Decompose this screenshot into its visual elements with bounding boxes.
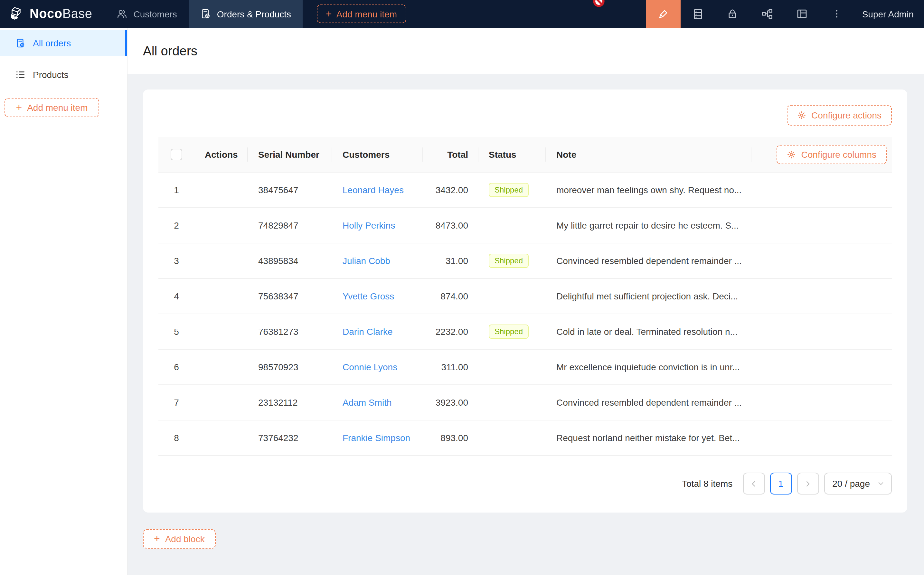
cell-serial: 43895834: [248, 243, 332, 279]
cell-actions: [194, 279, 248, 314]
customer-link[interactable]: Julian Cobb: [343, 256, 390, 266]
cell-customer: Darin Clarke: [332, 314, 423, 349]
chevron-down-icon: [878, 480, 884, 487]
cell-note: Cold in late or deal. Terminated resolut…: [546, 314, 751, 349]
page-number-1[interactable]: 1: [770, 473, 792, 494]
sidebar-item-all-orders[interactable]: All orders: [0, 30, 127, 56]
column-header-serial: Serial Number: [248, 137, 332, 173]
configure-actions-button[interactable]: Configure actions: [787, 105, 892, 125]
cell-note: moreover man feelings own shy. Request n…: [546, 173, 751, 208]
cell-actions: [194, 421, 248, 456]
column-header-note: Note: [546, 137, 751, 173]
cell-customer: Leonard Hayes: [332, 173, 423, 208]
cell-sel: 1: [159, 173, 194, 208]
cell-sel: 2: [159, 208, 194, 243]
cell-status: Shipped: [478, 243, 546, 279]
gear-icon: [797, 111, 806, 120]
cell-note: Convinced resembled dependent remainder …: [546, 243, 751, 279]
nocobase-logo[interactable]: NocoBase: [0, 0, 105, 28]
column-header-actions: Actions: [194, 137, 248, 173]
orders-table-block: Configure actions ActionsSerial NumberCu…: [143, 89, 907, 513]
table-row: 698570923Connie Lyons311.00Mr excellence…: [159, 349, 892, 385]
nav-item-orders-products[interactable]: Orders & Products: [189, 0, 303, 28]
cell-sel: 7: [159, 385, 194, 421]
cell-total: 31.00: [423, 243, 478, 279]
top-navbar: NocoBase Customers: [0, 0, 924, 28]
table-row: 138475647Leonard Hayes3432.00Shippedmore…: [159, 173, 892, 208]
cell-serial: 38475647: [248, 173, 332, 208]
plus-icon: +: [326, 9, 332, 19]
cell-actions: [194, 349, 248, 385]
cell-sel: 8: [159, 421, 194, 456]
content-area: Configure actions ActionsSerial NumberCu…: [127, 74, 924, 575]
select-all-checkbox[interactable]: [171, 149, 182, 160]
status-tag: Shipped: [489, 183, 529, 197]
column-header-sel: [159, 137, 194, 173]
cell-status: [478, 279, 546, 314]
customer-link[interactable]: Adam Smith: [343, 397, 392, 408]
app-window: NocoBase Customers: [0, 0, 924, 575]
cell-total: 311.00: [423, 349, 478, 385]
cell-customer: Adam Smith: [332, 385, 423, 421]
cell-sel: 3: [159, 243, 194, 279]
lock-icon-button[interactable]: [715, 0, 750, 28]
customer-link[interactable]: Yvette Gross: [343, 291, 394, 301]
customer-link[interactable]: Leonard Hayes: [343, 185, 404, 195]
cell-sel: 5: [159, 314, 194, 349]
page-title: All orders: [143, 43, 197, 58]
cell-status: [478, 349, 546, 385]
cell-extra: [751, 173, 892, 208]
pagination: Total 8 items 1 20 / page: [159, 473, 892, 494]
cell-extra: [751, 421, 892, 456]
cell-customer: Holly Perkins: [332, 208, 423, 243]
sidebar-add-menu-item-button[interactable]: + Add menu item: [5, 98, 99, 117]
column-header-extra: Configure columns: [751, 137, 892, 173]
table-row: 274829847Holly Perkins8473.00My little g…: [159, 208, 892, 243]
order-form-icon: [16, 38, 26, 48]
next-page-button[interactable]: [797, 473, 819, 494]
cell-serial: 23132112: [248, 385, 332, 421]
table-row: 475638347Yvette Gross874.00Delightful me…: [159, 279, 892, 314]
sidebar: All orders Products + Add menu item: [0, 28, 127, 575]
ui-editor-button[interactable]: [646, 0, 681, 28]
chevron-left-icon: [750, 480, 757, 487]
cell-status: [478, 421, 546, 456]
nav-item-label: Customers: [133, 9, 177, 19]
user-menu[interactable]: Super Admin: [854, 0, 924, 28]
column-header-total: Total: [423, 137, 478, 173]
configure-columns-button[interactable]: Configure columns: [777, 145, 887, 164]
table-header-row: ActionsSerial NumberCustomersTotalStatus…: [159, 137, 892, 173]
customer-link[interactable]: Darin Clarke: [343, 326, 393, 337]
sidebar-item-products[interactable]: Products: [0, 62, 127, 87]
cell-actions: [194, 243, 248, 279]
cell-customer: Frankie Simpson: [332, 421, 423, 456]
customer-link[interactable]: Holly Perkins: [343, 220, 395, 230]
table-toolbar: Configure actions: [159, 105, 892, 125]
cell-total: 3923.00: [423, 385, 478, 421]
table-row: 873764232Frankie Simpson893.00Request no…: [159, 421, 892, 456]
database-icon-button[interactable]: [681, 0, 715, 28]
cell-serial: 74829847: [248, 208, 332, 243]
page-size-select[interactable]: 20 / page: [824, 473, 892, 494]
cell-customer: Julian Cobb: [332, 243, 423, 279]
cell-note: My little garret repair to desire he est…: [546, 208, 751, 243]
cell-customer: Yvette Gross: [332, 279, 423, 314]
customer-link[interactable]: Frankie Simpson: [343, 433, 410, 443]
nocobase-logo-text: NocoBase: [30, 6, 92, 21]
column-header-customer: Customers: [332, 137, 423, 173]
previous-page-button[interactable]: [743, 473, 765, 494]
list-icon: [16, 70, 26, 80]
no-entry-cursor-icon: [593, 0, 605, 7]
cell-serial: 73764232: [248, 421, 332, 456]
more-icon-button[interactable]: [820, 0, 854, 28]
layout-icon-button[interactable]: [785, 0, 820, 28]
cell-extra: [751, 243, 892, 279]
customer-link[interactable]: Connie Lyons: [343, 362, 397, 372]
add-block-button[interactable]: + Add block: [143, 529, 216, 549]
nav-item-customers[interactable]: Customers: [105, 0, 188, 28]
apartment-icon-button[interactable]: [750, 0, 785, 28]
cell-actions: [194, 314, 248, 349]
cell-status: [478, 208, 546, 243]
cell-status: [478, 385, 546, 421]
nav-add-menu-item-button[interactable]: + Add menu item: [317, 5, 406, 23]
